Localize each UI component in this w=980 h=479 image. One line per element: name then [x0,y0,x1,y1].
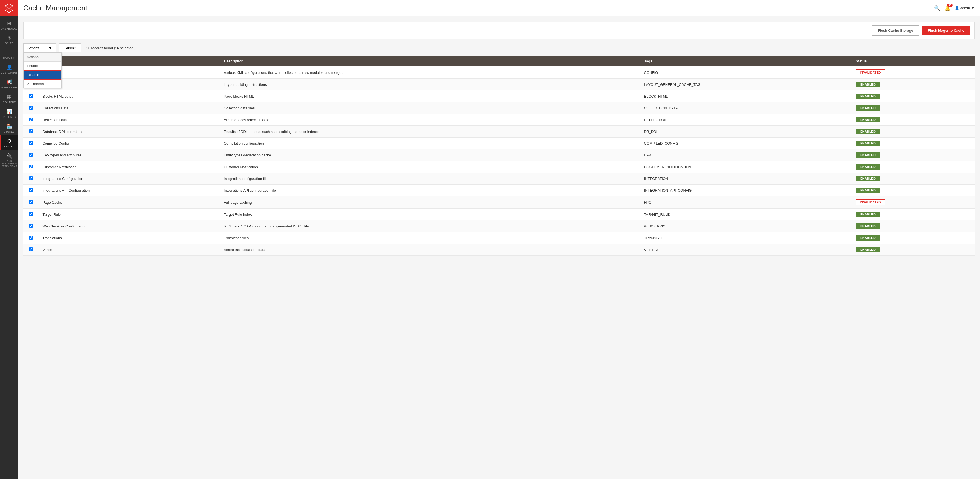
table-row: Customer Notification Customer Notificat… [23,161,975,173]
row-checkbox[interactable] [29,141,33,145]
system-icon: ⚙ [7,138,12,144]
table-row: Layouts Layout building instructions LAY… [23,79,975,91]
row-description: REST and SOAP configurations, generated … [220,220,640,232]
admin-menu[interactable]: 👤 admin ▼ [955,6,975,10]
table-row: Blocks HTML output Page blocks HTML BLOC… [23,91,975,102]
status-badge: ENABLED [856,140,880,146]
chevron-down-icon: ▼ [971,6,975,10]
row-description: Full page caching [220,196,640,208]
row-description: Various XML configurations that were col… [220,67,640,79]
sidebar-item-label: CATALOG [3,57,15,59]
row-checkbox-cell [23,185,38,196]
row-checkbox[interactable] [29,153,33,157]
row-tags: COLLECTION_DATA [640,102,852,114]
flush-cache-storage-button[interactable]: Flush Cache Storage [872,25,919,35]
sidebar-item-dashboard[interactable]: ⊞ DASHBOARD [0,18,18,32]
action-bar-right: Flush Cache Storage Flush Magento Cache [872,25,970,35]
table-row: Compiled Config Compilation configuratio… [23,137,975,149]
row-description: Translation files [220,232,640,244]
row-checkbox[interactable] [29,106,33,110]
row-cache-type: Integrations API Configuration [38,185,220,196]
dropdown-item-enable[interactable]: Enable [24,62,61,70]
row-description: Target Rule Index [220,208,640,220]
extensions-icon: 🔌 [6,153,13,159]
row-tags: CONFIG [640,67,852,79]
row-cache-type: Target Rule [38,208,220,220]
row-description: Vertex tax calculation data [220,244,640,256]
table-body: Configuration Various XML configurations… [23,67,975,256]
actions-dropdown: Actions ▼ Actions Enable Disable ✓ Refre… [23,43,56,53]
page-title: Cache Management [23,4,87,12]
user-icon: 👤 [955,6,959,10]
row-cache-type: Customer Notification [38,161,220,173]
sidebar-item-catalog[interactable]: ☰ CATALOG [0,47,18,62]
flush-magento-cache-button[interactable]: Flush Magento Cache [922,26,970,35]
logo[interactable] [0,0,18,16]
status-badge: ENABLED [856,235,880,240]
status-badge: ENABLED [856,94,880,99]
sidebar-item-label: MARKETING [2,86,17,89]
row-checkbox[interactable] [29,236,33,240]
row-description: Integrations API configuration file [220,185,640,196]
toolbar: Actions ▼ Actions Enable Disable ✓ Refre… [23,43,975,53]
sidebar-item-stores[interactable]: 🏪 STORES [0,121,18,135]
sidebar-item-marketing[interactable]: 📢 MARKETING [0,76,18,91]
search-button[interactable]: 🔍 [934,5,940,11]
row-tags: VERTEX [640,244,852,256]
sidebar-item-customers[interactable]: 👤 CUSTOMERS [0,62,18,76]
sidebar-item-label: CUSTOMERS [1,72,18,74]
row-checkbox[interactable] [29,94,33,98]
sidebar-item-extensions[interactable]: 🔌 FIND PARTNERS & EXTENSIONS [0,150,18,170]
sidebar-item-label: SYSTEM [4,145,15,148]
table-row: Collections Data Collection data files C… [23,102,975,114]
row-cache-type: Translations [38,232,220,244]
sidebar-item-system[interactable]: ⚙ SYSTEM [0,135,18,150]
row-checkbox[interactable] [29,177,33,180]
sidebar-item-sales[interactable]: $ SALES [0,32,18,47]
row-tags: DB_DDL [640,126,852,137]
row-status: ENABLED [852,114,975,126]
row-checkbox[interactable] [29,188,33,192]
row-checkbox-cell [23,196,38,208]
submit-button[interactable]: Submit [59,43,81,53]
row-status: INVALIDATED [852,67,975,79]
row-checkbox[interactable] [29,118,33,121]
row-description: Compilation configuration [220,137,640,149]
dropdown-item-refresh[interactable]: ✓ Refresh [24,80,61,88]
row-checkbox[interactable] [29,247,33,251]
row-status: ENABLED [852,102,975,114]
actions-button[interactable]: Actions ▼ [23,43,56,53]
sidebar-item-label: STORES [4,130,15,133]
row-checkbox[interactable] [29,129,33,133]
sidebar-item-reports[interactable]: 📊 REPORTS [0,106,18,121]
sidebar-item-content[interactable]: ▦ CONTENT [0,91,18,106]
dropdown-arrow-icon: ▼ [48,46,52,50]
row-checkbox[interactable] [29,224,33,228]
row-cache-type: Reflection Data [38,114,220,126]
table-row: Configuration Various XML configurations… [23,67,975,79]
row-checkbox[interactable] [29,165,33,169]
row-description: Integration configuration file [220,173,640,185]
row-checkbox-cell [23,232,38,244]
dropdown-item-disable[interactable]: Disable [24,70,61,80]
status-badge: ENABLED [856,188,880,193]
row-cache-type: Blocks HTML output [38,91,220,102]
status-badge: ENABLED [856,117,880,123]
row-checkbox[interactable] [29,212,33,216]
row-checkbox-cell [23,149,38,161]
disable-label: Disable [27,73,39,77]
row-checkbox-cell [23,91,38,102]
row-checkbox-cell [23,114,38,126]
row-checkbox-cell [23,208,38,220]
notifications-button[interactable]: 🔔 38 [945,5,950,11]
row-tags: TRANSLATE [640,232,852,244]
th-description: Description [220,56,640,67]
row-tags: WEBSERVICE [640,220,852,232]
row-description: Customer Notification [220,161,640,173]
row-description: Entity types declaration cache [220,149,640,161]
customers-icon: 👤 [6,64,13,70]
actions-dropdown-menu: Actions Enable Disable ✓ Refresh [23,53,62,88]
row-checkbox[interactable] [29,200,33,204]
enable-label: Enable [27,64,38,68]
refresh-label: Refresh [32,82,44,86]
